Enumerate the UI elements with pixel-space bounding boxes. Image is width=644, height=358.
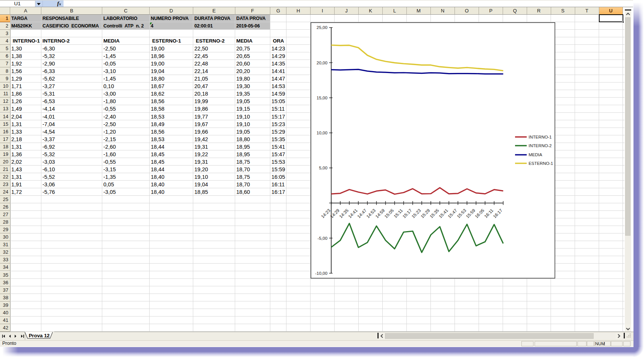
svg-text:-10,00: -10,00 bbox=[315, 271, 327, 276]
svg-text:25,00: 25,00 bbox=[317, 25, 327, 30]
svg-text:5,00: 5,00 bbox=[319, 165, 327, 170]
svg-text:MEDIA: MEDIA bbox=[529, 152, 542, 157]
svg-text:10,00: 10,00 bbox=[317, 130, 327, 135]
svg-text:ESTERNO-1: ESTERNO-1 bbox=[529, 161, 553, 166]
svg-text:-5,00: -5,00 bbox=[318, 236, 327, 241]
svg-text:15,00: 15,00 bbox=[317, 95, 327, 100]
svg-text:20,00: 20,00 bbox=[317, 60, 327, 65]
svg-text:INTERNO-2: INTERNO-2 bbox=[529, 143, 552, 148]
svg-text:INTERNO-1: INTERNO-1 bbox=[529, 135, 552, 139]
